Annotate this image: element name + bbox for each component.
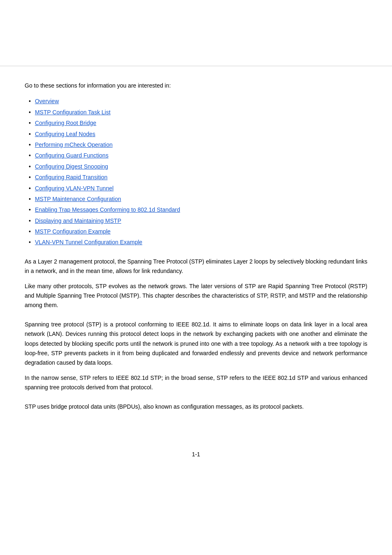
nav-list: OverviewMSTP Configuration Task ListConf… (25, 97, 367, 247)
nav-list-item-configuring-root-bridge: Configuring Root Bridge (25, 118, 367, 127)
section-block-2: Spanning tree protocol (STP) is a protoc… (25, 320, 367, 392)
paragraph-2: Like many other protocols, STP evolves a… (25, 282, 367, 310)
page-number: 1-1 (192, 451, 200, 458)
nav-list-item-configuring-vlan-vpn-tunnel: Configuring VLAN-VPN Tunnel (25, 184, 367, 193)
content-area: Go to these sections for information you… (0, 66, 392, 435)
nav-list-item-vlan-vpn-tunnel-config-example: VLAN-VPN Tunnel Configuration Example (25, 238, 367, 247)
paragraph-3: Spanning tree protocol (STP) is a protoc… (25, 320, 367, 367)
nav-link-configuring-guard-functions[interactable]: Configuring Guard Functions (35, 151, 108, 160)
nav-link-mstp-config-task-list[interactable]: MSTP Configuration Task List (35, 108, 111, 117)
nav-list-item-displaying-maintaining-mstp: Displaying and Maintaining MSTP (25, 216, 367, 225)
nav-list-item-mstp-config-task-list: MSTP Configuration Task List (25, 108, 367, 117)
nav-link-displaying-maintaining-mstp[interactable]: Displaying and Maintaining MSTP (35, 216, 121, 225)
nav-link-configuring-vlan-vpn-tunnel[interactable]: Configuring VLAN-VPN Tunnel (35, 184, 113, 193)
nav-list-item-performing-mcheck: Performing mCheck Operation (25, 140, 367, 149)
nav-list-item-mstp-maintenance-config: MSTP Maintenance Configuration (25, 194, 367, 204)
nav-link-vlan-vpn-tunnel-config-example[interactable]: VLAN-VPN Tunnel Configuration Example (35, 238, 142, 247)
nav-link-configuring-root-bridge[interactable]: Configuring Root Bridge (35, 118, 96, 127)
nav-list-item-configuring-guard-functions: Configuring Guard Functions (25, 151, 367, 160)
nav-link-configuring-leaf-nodes[interactable]: Configuring Leaf Nodes (35, 130, 95, 139)
section-block-3: STP uses bridge protocol data units (BPD… (25, 402, 367, 412)
paragraph-5: STP uses bridge protocol data units (BPD… (25, 402, 367, 412)
nav-list-item-configuring-rapid-transition: Configuring Rapid Transition (25, 173, 367, 182)
nav-link-configuring-digest-snooping[interactable]: Configuring Digest Snooping (35, 162, 108, 171)
nav-list-item-mstp-config-example: MSTP Configuration Example (25, 227, 367, 236)
footer: 1-1 (0, 451, 392, 466)
nav-list-item-configuring-leaf-nodes: Configuring Leaf Nodes (25, 130, 367, 139)
nav-link-mstp-maintenance-config[interactable]: MSTP Maintenance Configuration (35, 194, 121, 204)
nav-link-overview[interactable]: Overview (35, 97, 59, 106)
nav-list-item-configuring-digest-snooping: Configuring Digest Snooping (25, 162, 367, 171)
nav-link-enabling-trap-messages[interactable]: Enabling Trap Messages Conforming to 802… (35, 205, 180, 214)
intro-text: Go to these sections for information you… (25, 81, 367, 90)
nav-link-configuring-rapid-transition[interactable]: Configuring Rapid Transition (35, 173, 108, 182)
section-block-1: As a Layer 2 management protocol, the Sp… (25, 257, 367, 310)
page-container: Go to these sections for information you… (0, 66, 392, 555)
nav-list-item-overview: Overview (25, 97, 367, 106)
nav-link-mstp-config-example[interactable]: MSTP Configuration Example (35, 227, 111, 236)
paragraph-4: In the narrow sense, STP refers to IEEE … (25, 373, 367, 392)
nav-link-performing-mcheck[interactable]: Performing mCheck Operation (35, 140, 113, 149)
paragraph-1: As a Layer 2 management protocol, the Sp… (25, 257, 367, 276)
nav-list-item-enabling-trap-messages: Enabling Trap Messages Conforming to 802… (25, 205, 367, 214)
